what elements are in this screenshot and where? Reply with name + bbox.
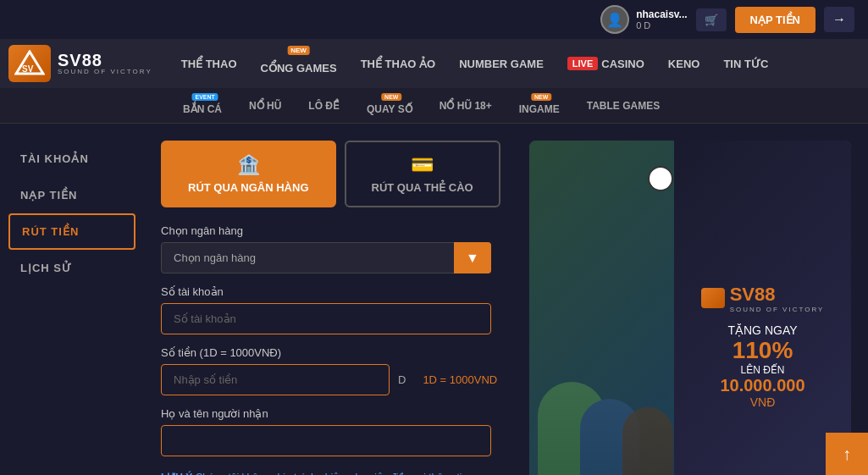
bank-select[interactable]: Chọn ngân hàng (161, 242, 491, 273)
soccer-ball (648, 166, 673, 191)
nav-items: THỂ THAO NEW CỔNG GAMES THỂ THAO ẢO NUMB… (169, 39, 860, 88)
notice-body: Chúng tôi không chịu trách nhiệm cho việ… (161, 472, 467, 475)
promo-logo-row: SV88 SOUND OF VICTORY (701, 284, 825, 313)
tab-rut-ngan-hang[interactable]: 🏦 RÚT QUA NGÂN HÀNG (161, 141, 336, 207)
promo-currency: VNĐ (750, 395, 776, 409)
user-info: 👤 nhacaisv... 0 D (600, 5, 687, 34)
nav-item-cong-games[interactable]: NEW CỔNG GAMES (249, 39, 349, 88)
player-shape-3 (622, 407, 673, 475)
promo-banner: SV88 SOUND OF VICTORY TẶNG NGAY 110% LÊN… (529, 141, 851, 475)
main-content: 🏦 RÚT QUA NGÂN HÀNG 💳 RÚT QUA THẺ CÀO Ch… (144, 124, 868, 475)
logo-icon: SV (8, 45, 51, 82)
amount-input[interactable] (161, 364, 390, 395)
logo-text: SV88 SOUND OF VICTORY (58, 52, 152, 75)
subnav-no-hu-18[interactable]: NỔ HŨ 18+ (426, 88, 506, 124)
nav-item-casino[interactable]: LIVE CASINO (556, 39, 656, 88)
sidebar-item-lich-su[interactable]: LỊCH SỬ (0, 250, 144, 286)
promo-overlay: SV88 SOUND OF VICTORY TẶNG NGAY 110% LÊN… (674, 141, 851, 475)
d-unit: D (398, 373, 406, 386)
logo-svg: SV (14, 50, 45, 77)
promo-logo-sub: SOUND OF VICTORY (730, 306, 825, 313)
user-text: nhacaisv... 0 D (636, 8, 687, 30)
svg-text:SV: SV (22, 64, 34, 74)
nav-item-keno[interactable]: KENO (656, 39, 712, 88)
subnav-quay-so[interactable]: NEW QUAY SỐ (353, 88, 426, 124)
logo-main: SV88 (58, 52, 152, 69)
nav-item-tin-tuc[interactable]: TIN TỨC (711, 39, 780, 88)
bank-icon: 🏦 (237, 154, 260, 176)
nav-item-the-thao-ao[interactable]: THỂ THAO ẢO (349, 39, 448, 88)
subnav-ingame[interactable]: NEW INGAME (506, 88, 573, 124)
subnav-ban-ca[interactable]: EVENT BẮN CÁ (169, 88, 235, 124)
sidebar-item-rut-tien[interactable]: RÚT TIỀN (8, 213, 135, 250)
amount-label: Số tiền (1D = 1000VNĐ) (161, 346, 512, 359)
select-arrow-icon[interactable]: ▼ (454, 242, 491, 273)
method-tabs: 🏦 RÚT QUA NGÂN HÀNG 💳 RÚT QUA THẺ CÀO (161, 141, 512, 207)
promo-logo-text: SV88 SOUND OF VICTORY (730, 284, 825, 313)
page-layout: TÀI KHOẢN NẠP TIỀN RÚT TIỀN LỊCH SỬ 🏦 RÚ… (0, 124, 868, 475)
account-input[interactable] (161, 303, 491, 334)
logo-sub: SOUND OF VICTORY (58, 69, 152, 75)
nav-item-the-thao[interactable]: THỂ THAO (169, 39, 249, 88)
player-bg (529, 141, 690, 475)
logo[interactable]: SV SV88 SOUND OF VICTORY (8, 45, 152, 82)
wallet-button[interactable]: 🛒 (696, 8, 727, 31)
promo-amount: 10.000.000 (720, 376, 804, 395)
name-input[interactable] (161, 425, 491, 456)
subnav-lo-de[interactable]: LÔ ĐỀ (295, 88, 353, 124)
sub-nav: EVENT BẮN CÁ NỔ HŨ LÔ ĐỀ NEW QUAY SỐ NỔ … (0, 88, 868, 124)
promo-bg: SV88 SOUND OF VICTORY TẶNG NGAY 110% LÊN… (529, 141, 851, 475)
new-badge: NEW (287, 46, 310, 55)
user-balance: 0 D (636, 20, 687, 30)
name-label: Họ và tên người nhận (161, 407, 512, 420)
promo-tang: TẶNG NGAY (727, 323, 797, 337)
new-badge-ingame: NEW (531, 93, 551, 101)
promo-percent: 110% (733, 337, 793, 364)
bank-select-wrapper: Chọn ngân hàng ▼ (161, 242, 491, 273)
username: nhacaisv... (636, 8, 687, 20)
new-badge-quay-so: NEW (381, 93, 401, 101)
top-bar: 👤 nhacaisv... 0 D 🛒 NẠP TIỀN → (0, 0, 868, 39)
promo-len: LÊN ĐẾN (740, 364, 784, 376)
account-label: Số tài khoản (161, 285, 512, 298)
nap-tien-button[interactable]: NẠP TIỀN (735, 7, 815, 33)
main-nav: SV SV88 SOUND OF VICTORY THỂ THAO NEW CỔ… (0, 39, 868, 88)
avatar: 👤 (600, 5, 629, 34)
notice-text: LƯU Ý Chúng tôi không chịu trách nhiệm c… (161, 470, 491, 475)
logout-button[interactable]: → (824, 7, 854, 32)
promo-logo-sv88: SV88 (730, 284, 825, 306)
nav-item-number-game[interactable]: NUMBER GAME (447, 39, 556, 88)
sidebar: TÀI KHOẢN NẠP TIỀN RÚT TIỀN LỊCH SỬ (0, 124, 144, 475)
subnav-no-hu[interactable]: NỔ HŨ (235, 88, 295, 124)
withdrawal-form: 🏦 RÚT QUA NGÂN HÀNG 💳 RÚT QUA THẺ CÀO Ch… (161, 141, 512, 475)
tab-rut-the-cao[interactable]: 💳 RÚT QUA THẺ CÀO (345, 141, 500, 207)
event-badge: EVENT (191, 93, 218, 101)
notice-bold: LƯU Ý (161, 472, 192, 475)
scroll-top-button[interactable]: ↑ (826, 433, 868, 475)
exchange-rate: 1D = 1000VND (423, 373, 497, 386)
amount-row: D 1D = 1000VND (161, 364, 512, 395)
live-badge: LIVE (567, 57, 598, 70)
card-icon: 💳 (411, 154, 434, 176)
bank-label: Chọn ngân hàng (161, 224, 512, 237)
sidebar-item-tai-khoan[interactable]: TÀI KHOẢN (0, 141, 144, 177)
promo-logo-icon (701, 288, 725, 308)
sidebar-item-nap-tien[interactable]: NẠP TIỀN (0, 177, 144, 213)
subnav-table-games[interactable]: TABLE GAMES (573, 88, 673, 124)
